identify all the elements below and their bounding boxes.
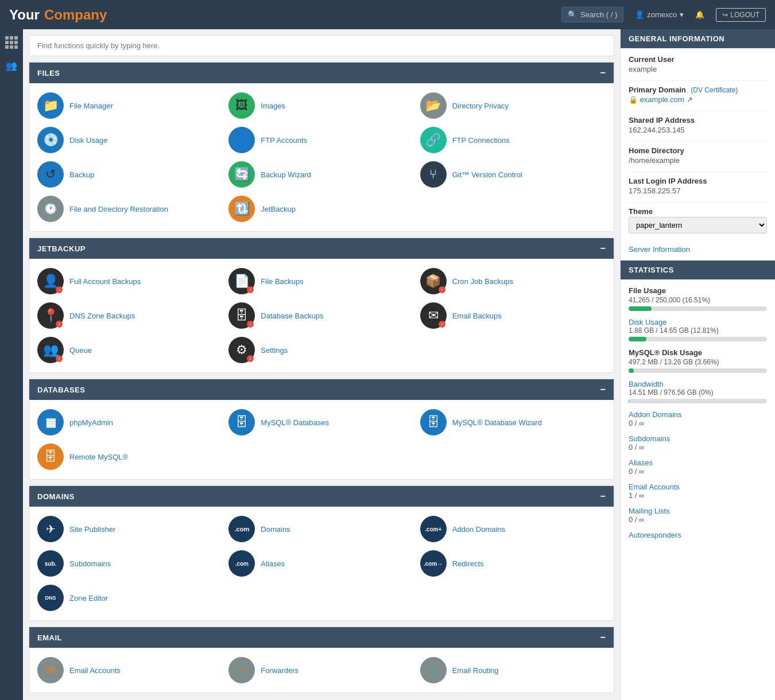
list-item[interactable]: ✈ Site Publisher [37, 516, 223, 542]
list-item[interactable]: 👤 FTP Accounts [228, 127, 414, 153]
list-item[interactable]: 🕐 File and Directory Restoration [37, 196, 223, 222]
list-item[interactable]: .com Domains [228, 516, 414, 542]
forwarders-link[interactable]: Forwarders [261, 666, 299, 675]
settings-link[interactable]: Settings [261, 346, 288, 355]
disk-usage-link[interactable]: Disk Usage [69, 136, 107, 145]
list-item[interactable]: ⚙ ! Settings [228, 337, 414, 363]
user-menu[interactable]: 👤 zomexco ▾ [635, 10, 684, 19]
cron-job-backups-link[interactable]: Cron Job Backups [452, 277, 513, 286]
mailing-lists-stat-link[interactable]: Mailing Lists [629, 507, 670, 515]
list-item[interactable]: .com Aliases [228, 550, 414, 577]
databases-grid: ▦ phpMyAdmin 🗄 MySQL® Databases 🗄 MySQL®… [37, 409, 606, 470]
dv-cert-link[interactable]: DV Certificate [693, 86, 735, 94]
backup-link[interactable]: Backup [69, 170, 94, 179]
list-item[interactable]: ↕ Email Routing [420, 657, 606, 683]
main-search-input[interactable] [29, 35, 614, 56]
domain-link[interactable]: example.com [640, 95, 684, 104]
autoresponders-stat-link[interactable]: Autoresponders [629, 531, 681, 539]
notifications-bell[interactable]: 🔔 [695, 10, 704, 19]
file-manager-link[interactable]: File Manager [69, 102, 113, 110]
database-backups-link[interactable]: Database Backups [261, 312, 323, 320]
databases-collapse[interactable]: − [600, 384, 606, 395]
bandwidth-row: Bandwidth 14.51 MB / 976.56 GB (0%) [629, 380, 767, 403]
subdomains-link[interactable]: Subdomains [69, 559, 111, 568]
list-item[interactable]: 🔄 Backup Wizard [228, 161, 414, 188]
images-link[interactable]: Images [261, 102, 285, 110]
email-collapse[interactable]: − [600, 632, 606, 643]
site-publisher-link[interactable]: Site Publisher [69, 525, 115, 534]
list-item[interactable]: ⑂ Git™ Version Control [420, 161, 606, 188]
aliases-link[interactable]: Aliases [261, 559, 285, 568]
backup-wizard-link[interactable]: Backup Wizard [261, 170, 311, 179]
list-item[interactable]: 👤 ! Full Account Backups [37, 268, 223, 294]
email-accounts-link[interactable]: Email Accounts [69, 666, 121, 675]
list-item[interactable]: 🔗 FTP Connections [420, 127, 606, 153]
mysql-databases-icon: 🗄 [228, 409, 255, 435]
disk-usage-row: Disk Usage 1.88 GB / 14.65 GB (12.81%) [629, 318, 767, 341]
jetbackup-section-header: JETBACKUP − [29, 238, 614, 259]
list-item[interactable]: ↺ Backup [37, 161, 223, 188]
aliases-stat-link[interactable]: Aliases [629, 458, 653, 467]
list-item[interactable]: 💿 Disk Usage [37, 127, 223, 153]
list-item[interactable]: DNS Zone Editor [37, 585, 223, 611]
list-item[interactable]: sub. Subdomains [37, 550, 223, 577]
list-item[interactable]: 🗄 MySQL® Database Wizard [420, 409, 606, 435]
dns-zone-backups-link[interactable]: DNS Zone Backups [69, 312, 135, 320]
domains-collapse[interactable]: − [600, 491, 606, 501]
remote-mysql-link[interactable]: Remote MySQL® [69, 453, 128, 461]
logout-button[interactable]: ↪ LOGOUT [716, 8, 766, 22]
list-item[interactable]: ▦ phpMyAdmin [37, 409, 223, 435]
users-icon[interactable]: 👥 [6, 60, 17, 71]
list-item[interactable]: 🖼 Images [228, 92, 414, 119]
grid-apps-icon[interactable] [5, 36, 18, 49]
list-item[interactable]: 📍 ! DNS Zone Backups [37, 302, 223, 329]
list-item[interactable]: 📂 Directory Privacy [420, 92, 606, 119]
list-item[interactable]: .com+ Addon Domains [420, 516, 606, 542]
jetbackup-collapse[interactable]: − [600, 243, 606, 254]
email-routing-link[interactable]: Email Routing [452, 666, 499, 675]
subdomains-stat-link[interactable]: Subdomains [629, 434, 670, 443]
mysql-wizard-icon: 🗄 [420, 409, 447, 435]
directory-privacy-link[interactable]: Directory Privacy [452, 102, 509, 110]
bandwidth-bar-bg [629, 399, 767, 403]
mysql-databases-link[interactable]: MySQL® Databases [261, 418, 329, 427]
list-item[interactable]: 👥 ! Queue [37, 337, 223, 363]
git-link[interactable]: Git™ Version Control [452, 170, 522, 179]
list-item[interactable]: 📄 ! File Backups [228, 268, 414, 294]
list-item[interactable]: 📁 File Manager [37, 92, 223, 119]
list-item[interactable]: → Forwarders [228, 657, 414, 683]
zone-editor-link[interactable]: Zone Editor [69, 594, 108, 602]
theme-select[interactable]: paper_lantern [629, 217, 767, 234]
email-section-body: ✉ Email Accounts → Forwarders ↕ Email Ro… [29, 648, 614, 693]
addon-domains-stat-link[interactable]: Addon Domains [629, 410, 682, 419]
ftp-connections-link[interactable]: FTP Connections [452, 136, 510, 145]
list-item[interactable]: .com→ Redirects [420, 550, 606, 577]
addon-domains-link[interactable]: Addon Domains [452, 525, 506, 534]
home-dir-value: /home/example [629, 156, 767, 165]
ftp-accounts-link[interactable]: FTP Accounts [261, 136, 307, 145]
jetbackup-link[interactable]: JetBackup [261, 205, 296, 213]
list-item[interactable]: 🗄 MySQL® Databases [228, 409, 414, 435]
file-backups-link[interactable]: File Backups [261, 277, 303, 286]
top-search[interactable]: 🔍 Search ( / ) [561, 7, 623, 22]
list-item[interactable]: 📦 ! Cron Job Backups [420, 268, 606, 294]
list-item[interactable]: 🔃 JetBackup [228, 196, 414, 222]
files-collapse[interactable]: − [600, 68, 606, 78]
list-item[interactable]: ✉ ! Email Backups [420, 302, 606, 329]
mysql-wizard-link[interactable]: MySQL® Database Wizard [452, 418, 542, 427]
domains-link[interactable]: Domains [261, 525, 290, 534]
bandwidth-link[interactable]: Bandwidth [629, 380, 664, 388]
full-account-backups-link[interactable]: Full Account Backups [69, 277, 141, 286]
disk-usage-link[interactable]: Disk Usage [629, 318, 666, 326]
file-dir-restore-link[interactable]: File and Directory Restoration [69, 205, 168, 213]
email-accounts-stat-link[interactable]: Email Accounts [629, 483, 680, 491]
redirects-link[interactable]: Redirects [452, 559, 484, 568]
queue-link[interactable]: Queue [69, 346, 92, 355]
email-backups-link[interactable]: Email Backups [452, 312, 502, 320]
server-info-link[interactable]: Server Information [629, 245, 690, 254]
list-item[interactable]: 🗄 Remote MySQL® [37, 444, 223, 470]
phpmyadmin-link[interactable]: phpMyAdmin [69, 418, 113, 427]
list-item[interactable]: 🗄 ! Database Backups [228, 302, 414, 329]
list-item[interactable]: ✉ Email Accounts [37, 657, 223, 683]
current-user-row: Current User example [629, 55, 767, 73]
